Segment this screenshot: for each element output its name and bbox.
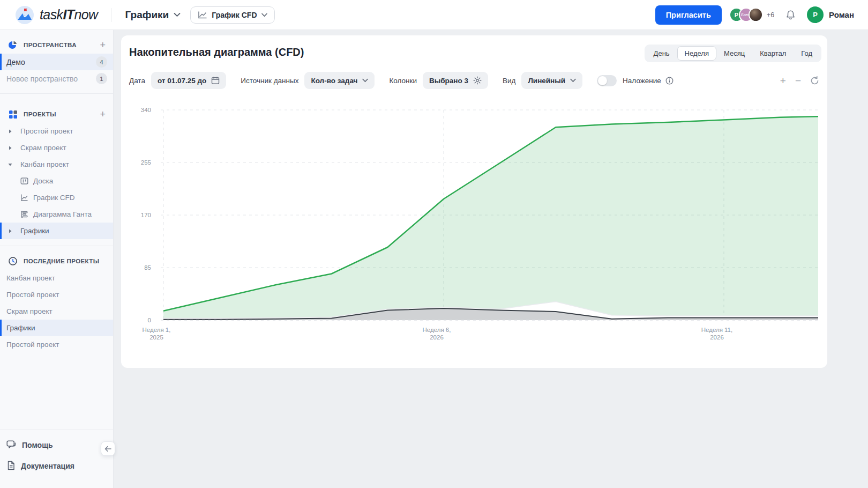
period-tabs: День Неделя Месяц Квартал Год — [645, 45, 821, 62]
project-label: Канбан проект — [20, 160, 69, 168]
add-space-button[interactable]: + — [100, 40, 106, 50]
overlay-control: Наложение — [597, 75, 674, 86]
view-label: Вид — [503, 77, 515, 85]
period-tab-month[interactable]: Месяц — [716, 46, 752, 61]
chevron-down-icon — [362, 78, 368, 83]
main-content: Накопительная диаграмма (CFD) День Недел… — [114, 30, 868, 488]
overlay-label: Наложение — [623, 77, 661, 85]
x-axis-tick-year: 2026 — [710, 334, 724, 341]
recent-item[interactable]: Простой проект — [0, 286, 113, 303]
x-axis-tick: Неделя 11, — [701, 327, 732, 333]
gantt-label: Диаграмма Ганта — [33, 210, 92, 218]
zoom-out-button[interactable]: − — [795, 76, 801, 86]
y-axis-tick: 85 — [144, 264, 151, 271]
source-label: Источник данных — [241, 77, 298, 85]
sidebar-item-simple-project[interactable]: Простой проект — [0, 123, 113, 139]
header-divider — [111, 8, 111, 22]
extra-members-count[interactable]: +6 — [767, 11, 774, 19]
columns-filter: Колонки Выбрано 3 — [389, 72, 488, 89]
recent-item[interactable]: Простой проект — [0, 336, 113, 353]
sidebar-item-board[interactable]: Доска — [0, 173, 113, 189]
y-axis-tick: 255 — [141, 159, 151, 166]
source-filter: Источник данных Кол-во задач — [241, 72, 375, 89]
sidebar: ПРОСТРАНСТВА + Демо 4 Новое пространство… — [0, 30, 114, 488]
caret-right-icon[interactable] — [6, 146, 14, 150]
invite-button[interactable]: Пригласить — [655, 5, 722, 25]
spaces-pie-icon — [8, 40, 18, 50]
space-dropdown[interactable]: Графики — [125, 9, 181, 21]
zoom-in-button[interactable]: + — [780, 76, 786, 86]
recent-label: Канбан проект — [6, 274, 55, 282]
period-tab-year[interactable]: Год — [794, 46, 820, 61]
project-label: Графики — [20, 227, 49, 235]
board-label: Доска — [33, 177, 53, 185]
caret-right-icon[interactable] — [6, 229, 14, 233]
y-axis-tick: 0 — [148, 317, 151, 323]
date-label: Дата — [129, 77, 145, 85]
app-logo[interactable]: taskITnow — [15, 5, 98, 25]
calendar-icon — [211, 76, 220, 85]
avatar-stack[interactable]: Р Елена — [729, 8, 763, 22]
recent-section-header: ПОСЛЕДНИЕ ПРОЕКТЫ — [0, 253, 113, 270]
period-tab-week[interactable]: Неделя — [677, 46, 716, 61]
add-project-button[interactable]: + — [100, 109, 106, 119]
source-value: Кол-во задач — [311, 77, 357, 85]
avatar — [749, 8, 763, 22]
user-menu[interactable]: Р Роман — [807, 6, 854, 23]
source-select[interactable]: Кол-во задач — [304, 72, 375, 89]
date-range-picker[interactable]: от 01.07.25 до — [151, 72, 226, 89]
sidebar-item-kanban-project[interactable]: Канбан проект — [0, 156, 113, 173]
user-name: Роман — [829, 10, 854, 19]
view-type-value: Линейный — [528, 77, 565, 85]
space-count-badge: 4 — [96, 56, 107, 68]
space-count-badge: 1 — [96, 73, 107, 84]
page-title: Накопительная диаграмма (CFD) — [129, 46, 304, 58]
sidebar-item-new-space[interactable]: Новое пространство 1 — [0, 70, 113, 87]
x-axis-tick-year: 2026 — [430, 334, 444, 341]
recent-item-charts[interactable]: Графики — [0, 320, 113, 336]
docs-link[interactable]: Документация — [0, 455, 113, 476]
recent-item[interactable]: Скрам проект — [0, 303, 113, 320]
columns-label: Колонки — [389, 77, 417, 85]
cfd-chart-label: График CFD — [33, 194, 75, 202]
recent-item[interactable]: Канбан проект — [0, 270, 113, 286]
notifications-bell-icon[interactable] — [785, 10, 796, 20]
sidebar-footer: Помощь Документация — [0, 430, 113, 488]
view-selector[interactable]: График CFD — [190, 6, 274, 24]
overlay-toggle[interactable] — [597, 75, 617, 86]
cfd-chart: 085170255340Неделя 1,2025Неделя 6,2026Не… — [121, 97, 827, 357]
header-right: Пригласить Р Елена +6 Р Роман — [655, 5, 854, 25]
caret-down-icon[interactable] — [6, 163, 14, 166]
columns-select[interactable]: Выбрано 3 — [423, 72, 488, 89]
period-tab-day[interactable]: День — [646, 46, 677, 61]
view-selector-label: График CFD — [212, 11, 257, 19]
sidebar-item-charts-project[interactable]: Графики — [0, 223, 113, 239]
recent-label: Простой проект — [6, 291, 59, 299]
sidebar-collapse-button[interactable] — [101, 441, 115, 456]
board-icon — [20, 177, 28, 185]
x-axis-tick: Неделя 1, — [143, 327, 171, 333]
sidebar-item-cfd-chart[interactable]: График CFD — [0, 189, 113, 206]
cfd-chart-icon — [20, 194, 28, 202]
document-icon — [6, 461, 16, 471]
caret-right-icon[interactable] — [6, 129, 14, 134]
arrow-left-icon — [104, 446, 111, 452]
date-range-value: от 01.07.25 до — [158, 77, 206, 85]
recent-label: Скрам проект — [6, 307, 53, 315]
space-label: Новое пространство — [6, 75, 78, 83]
period-tab-quarter[interactable]: Квартал — [752, 46, 794, 61]
sidebar-item-gantt[interactable]: Диаграмма Ганта — [0, 206, 113, 223]
gantt-icon — [20, 210, 28, 218]
sidebar-item-demo-space[interactable]: Демо 4 — [0, 54, 113, 70]
help-link[interactable]: Помощь — [0, 434, 113, 455]
project-label: Простой проект — [20, 127, 73, 135]
total-green-area — [163, 116, 827, 321]
recent-clock-icon — [8, 256, 18, 266]
reset-zoom-icon[interactable] — [810, 76, 819, 85]
projects-section-title: ПРОЕКТЫ — [24, 111, 100, 117]
view-type-select[interactable]: Линейный — [521, 72, 582, 89]
info-icon[interactable] — [665, 77, 674, 85]
spaces-section-header: ПРОСТРАНСТВА + — [0, 36, 113, 54]
y-axis-tick: 340 — [141, 107, 151, 113]
sidebar-item-scrum-project[interactable]: Скрам проект — [0, 139, 113, 156]
